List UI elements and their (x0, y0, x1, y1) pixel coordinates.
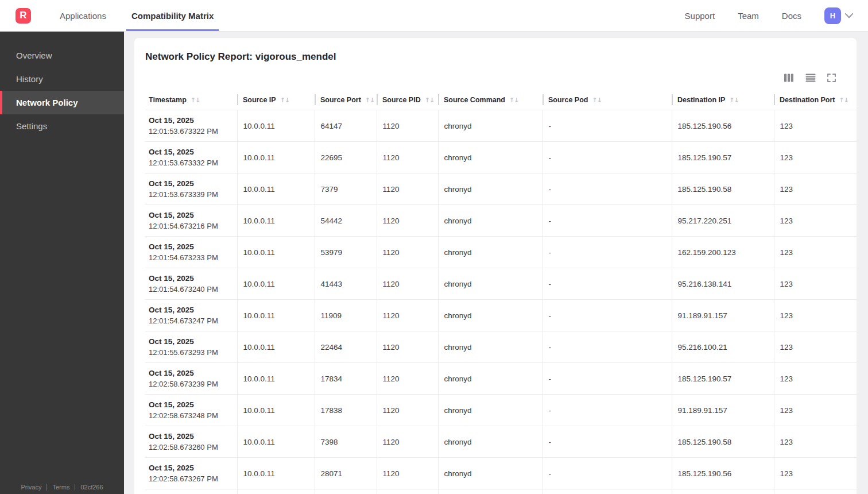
sort-icon[interactable]: ↑↓ (365, 97, 374, 104)
cell-destination-port: 123 (774, 395, 857, 426)
cell-timestamp: Oct 15, 2025 12:02:58.673267 PM (145, 458, 237, 489)
cell-source-command: chronyd (438, 395, 542, 426)
column-header-source-ip[interactable]: Source IP↑↓ (237, 94, 315, 110)
tab-applications[interactable]: Applications (55, 0, 111, 31)
table-row[interactable]: Oct 15, 2025 12:02:58.673248 PM 10.0.0.1… (145, 395, 857, 426)
sort-icon[interactable]: ↑↓ (729, 97, 738, 104)
cell-source-pod: - (542, 458, 672, 489)
column-header-destination-port[interactable]: Destination Port↑↓ (774, 94, 857, 110)
sort-icon[interactable]: ↑↓ (280, 97, 289, 104)
cell-source-ip: 10.0.0.11 (237, 205, 315, 237)
cell-source-port: 64147 (315, 110, 377, 142)
column-header-source-port[interactable]: Source Port↑↓ (315, 94, 377, 110)
timestamp-date: Oct 15, 2025 (149, 306, 237, 314)
sidebar-item-history[interactable]: History (0, 67, 124, 91)
sort-icon[interactable]: ↑↓ (191, 97, 200, 104)
tab-compatibility-matrix-label: Compatibility Matrix (131, 11, 214, 21)
user-avatar[interactable]: H (824, 7, 841, 24)
table-row[interactable]: Oct 15, 2025 12:02:58.673239 PM 10.0.0.1… (145, 363, 857, 395)
column-header-source-pid[interactable]: Source PID↑↓ (377, 94, 438, 110)
column-header-timestamp[interactable]: Timestamp↑↓ (145, 94, 237, 110)
cell-source-command: chronyd (438, 268, 542, 300)
footer-divider (75, 484, 75, 491)
cell-source-pid: 1120 (377, 268, 438, 300)
table-row[interactable]: Oct 15, 2025 (145, 489, 857, 494)
cell-source-pid: 1120 (377, 395, 438, 426)
fullscreen-icon[interactable] (827, 74, 836, 82)
privacy-link[interactable]: Privacy (21, 484, 41, 491)
cell-timestamp: Oct 15, 2025 12:01:54.673240 PM (145, 268, 237, 300)
cell-timestamp: Oct 15, 2025 12:01:54.673247 PM (145, 300, 237, 331)
table-row[interactable]: Oct 15, 2025 12:01:54.673240 PM 10.0.0.1… (145, 268, 857, 300)
nav-link-team[interactable]: Team (738, 11, 759, 21)
table-row[interactable]: Oct 15, 2025 12:01:54.673216 PM 10.0.0.1… (145, 205, 857, 237)
cell-timestamp: Oct 15, 2025 (145, 489, 237, 494)
cell-destination-port: 123 (774, 205, 857, 237)
sort-icon[interactable]: ↑↓ (509, 97, 518, 104)
cell-destination-ip: 91.189.91.157 (672, 300, 774, 331)
table-row[interactable]: Oct 15, 2025 12:01:54.673233 PM 10.0.0.1… (145, 237, 857, 268)
cell-destination-port: 123 (774, 268, 857, 300)
cell-source-ip: 10.0.0.11 (237, 268, 315, 300)
sidebar-item-network-policy[interactable]: Network Policy (0, 91, 124, 114)
chevron-down-icon[interactable] (845, 13, 853, 18)
sidebar-item-settings[interactable]: Settings (0, 114, 124, 138)
cell-source-port (315, 489, 377, 494)
sidebar-item-overview-label: Overview (16, 51, 52, 60)
report-table: Timestamp↑↓ Source IP↑↓ Source Port↑↓ So… (145, 94, 857, 494)
cell-source-ip (237, 489, 315, 494)
cell-source-ip: 10.0.0.11 (237, 426, 315, 458)
cell-source-port: 7398 (315, 426, 377, 458)
cell-source-pid: 1120 (377, 173, 438, 205)
cell-source-command: chronyd (438, 173, 542, 205)
cell-timestamp: Oct 15, 2025 12:01:53.673332 PM (145, 142, 237, 173)
cell-timestamp: Oct 15, 2025 12:01:55.673293 PM (145, 331, 237, 363)
cell-source-pod: - (542, 395, 672, 426)
sort-icon[interactable]: ↑↓ (425, 97, 434, 104)
main-content: Network Policy Report: vigorous_mendel (124, 32, 868, 494)
cell-source-command: chronyd (438, 363, 542, 395)
sidebar-item-overview[interactable]: Overview (0, 44, 124, 67)
table-row[interactable]: Oct 15, 2025 12:01:53.673339 PM 10.0.0.1… (145, 173, 857, 205)
cell-destination-port: 123 (774, 237, 857, 268)
rows-view-icon[interactable] (805, 74, 816, 82)
cell-source-ip: 10.0.0.11 (237, 395, 315, 426)
nav-link-docs[interactable]: Docs (782, 11, 801, 21)
sort-icon[interactable]: ↑↓ (592, 97, 601, 104)
cell-source-command: chronyd (438, 205, 542, 237)
cell-destination-ip: 95.216.100.21 (672, 331, 774, 363)
table-row[interactable]: Oct 15, 2025 12:01:54.673247 PM 10.0.0.1… (145, 300, 857, 331)
cell-source-command (438, 489, 542, 494)
sort-icon[interactable]: ↑↓ (839, 97, 848, 104)
nav-link-support[interactable]: Support (685, 11, 715, 21)
cell-source-ip: 10.0.0.11 (237, 173, 315, 205)
cell-destination-port: 123 (774, 142, 857, 173)
cell-source-ip: 10.0.0.11 (237, 300, 315, 331)
cell-source-command: chronyd (438, 300, 542, 331)
table-row[interactable]: Oct 15, 2025 12:02:58.673267 PM 10.0.0.1… (145, 458, 857, 489)
app-logo[interactable]: R (16, 8, 31, 24)
table-row[interactable]: Oct 15, 2025 12:01:55.673293 PM 10.0.0.1… (145, 331, 857, 363)
column-header-source-pod[interactable]: Source Pod↑↓ (542, 94, 672, 110)
columns-view-icon[interactable] (784, 74, 794, 82)
footer-divider (46, 484, 47, 491)
terms-link[interactable]: Terms (52, 484, 69, 491)
cell-destination-port: 123 (774, 300, 857, 331)
table-row[interactable]: Oct 15, 2025 12:01:53.673322 PM 10.0.0.1… (145, 110, 857, 142)
column-label: Source IP (243, 96, 276, 104)
avatar-initial: H (830, 11, 835, 20)
table-row[interactable]: Oct 15, 2025 12:01:53.673332 PM 10.0.0.1… (145, 142, 857, 173)
column-header-source-command[interactable]: Source Command↑↓ (438, 94, 542, 110)
table-row[interactable]: Oct 15, 2025 12:02:58.673260 PM 10.0.0.1… (145, 426, 857, 458)
cell-source-pod: - (542, 363, 672, 395)
cell-destination-ip: 185.125.190.58 (672, 173, 774, 205)
cell-source-pod: - (542, 205, 672, 237)
timestamp-date: Oct 15, 2025 (149, 274, 237, 283)
cell-timestamp: Oct 15, 2025 12:02:58.673248 PM (145, 395, 237, 426)
cell-source-pid: 1120 (377, 142, 438, 173)
timestamp-date: Oct 15, 2025 (149, 337, 237, 346)
cell-source-pod: - (542, 268, 672, 300)
tab-compatibility-matrix[interactable]: Compatibility Matrix (126, 0, 219, 31)
column-header-destination-ip[interactable]: Destination IP↑↓ (672, 94, 774, 110)
report-card: Network Policy Report: vigorous_mendel (134, 38, 857, 494)
